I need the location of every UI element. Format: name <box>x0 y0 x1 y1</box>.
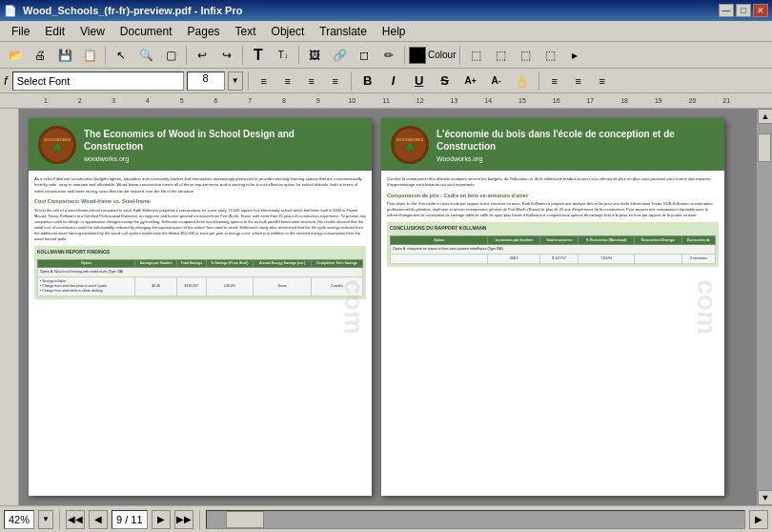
nav-play-button[interactable]: ▶ <box>152 510 171 529</box>
highlight-button[interactable]: A̲ <box>511 72 534 91</box>
ruler-mark-9: 9 <box>301 97 335 104</box>
underline-button[interactable]: U <box>408 72 431 91</box>
font-size-value: 8 <box>203 72 209 84</box>
window-title: Wood_Schools_(fr-fr)-preview.pdf - Infix… <box>23 5 242 16</box>
superscript-button[interactable]: A+ <box>459 72 482 91</box>
separator-6 <box>459 46 460 65</box>
font-name-value: Select Font <box>17 75 71 87</box>
align-left-button[interactable]: ≡ <box>254 72 274 91</box>
menu-item-edit[interactable]: Edit <box>37 23 72 40</box>
bold-button[interactable]: B <box>356 72 379 91</box>
woodworks-logo-right: WOODWORKS 🌲 <box>391 126 429 164</box>
sep-font-3 <box>538 72 539 91</box>
export-button[interactable]: 📋 <box>78 45 101 66</box>
ruler-mark-1: 1 <box>29 97 63 104</box>
zoom-field[interactable]: 42% <box>4 510 34 529</box>
shape-tool[interactable]: ◻ <box>353 45 376 66</box>
scroll-down-button[interactable]: ▼ <box>758 490 772 505</box>
link-tool[interactable]: 🔗 <box>328 45 351 66</box>
separator-5 <box>404 46 405 65</box>
indent-button[interactable]: ≡ <box>568 72 589 91</box>
separator-3 <box>242 46 243 65</box>
redo-button[interactable]: ↪ <box>215 45 238 66</box>
align-justify-button[interactable]: ≡ <box>325 72 346 91</box>
page-right-site: Woodworks.org <box>437 155 677 162</box>
save-button[interactable]: 💾 <box>53 45 76 66</box>
minimize-button[interactable]: — <box>719 4 734 17</box>
page-right-table-title: CONCLUSIONS DU RAPPORT KOLLMANN <box>390 225 716 232</box>
horizontal-scrollbar[interactable] <box>206 510 745 529</box>
ruler: 123456789101112131415161718192021 <box>0 93 772 109</box>
page-left-section-title: Cost Comparison: Wood-frame vs. Steel-fr… <box>34 198 366 206</box>
titlebar-controls: — □ ✕ <box>719 4 768 17</box>
toolbar-extra-1[interactable]: ⬚ <box>464 45 487 66</box>
menu-item-pages[interactable]: Pages <box>180 23 228 40</box>
toolbar-extra-3[interactable]: ⬚ <box>514 45 537 66</box>
page-left-table-title: KOLLMANN REPORT FINDINGS <box>37 249 363 256</box>
h-scroll-thumb[interactable] <box>226 511 264 528</box>
nav-prev-button[interactable]: ◀ <box>89 510 108 529</box>
ruler-mark-18: 18 <box>607 97 641 104</box>
titlebar: 📄 Wood_Schools_(fr-fr)-preview.pdf - Inf… <box>0 0 772 21</box>
statusbar: 42% ▼ ◀◀ ◀ 9 / 11 ▶ ▶▶ ▶ <box>0 505 772 532</box>
menu-item-object[interactable]: Object <box>264 23 313 40</box>
page-left-content: As a school districts' construction budg… <box>29 171 372 305</box>
page-left-table: Option Savings per Student Total Savings… <box>37 259 363 297</box>
pdf-page-left: WOODWORKS 🌲 The Economics of Wood in Sch… <box>29 118 372 496</box>
pointer-tool[interactable]: ↖ <box>110 45 132 66</box>
open-button[interactable]: 📂 <box>4 45 27 66</box>
nav-first-button[interactable]: ◀◀ <box>66 510 85 529</box>
image-tool[interactable]: 🖼 <box>303 45 326 66</box>
ruler-mark-7: 7 <box>233 97 267 104</box>
maximize-button[interactable]: □ <box>736 4 751 17</box>
scroll-thumb[interactable] <box>758 133 771 162</box>
align-center-button[interactable]: ≡ <box>277 72 298 91</box>
toolbar-extra-4[interactable]: ⬚ <box>538 45 561 66</box>
page-right-content: Comme la construction des districts scol… <box>381 171 724 273</box>
nav-next-button[interactable]: ▶▶ <box>174 510 193 529</box>
separator-1 <box>105 46 106 65</box>
ruler-mark-17: 17 <box>574 97 608 104</box>
menu-item-text[interactable]: Text <box>228 23 264 40</box>
select-tool[interactable]: ▢ <box>159 45 182 66</box>
font-toolbar: f Select Font 8 ▼ ≡ ≡ ≡ ≡ B I U S A+ A- … <box>0 69 772 93</box>
ruler-mark-11: 11 <box>369 97 403 104</box>
toolbar-extra-5[interactable]: ▸ <box>563 45 586 66</box>
strikethrough-button[interactable]: S <box>434 72 457 91</box>
zoom-tool[interactable]: 🔍 <box>134 45 157 66</box>
h-scroll-right[interactable]: ▶ <box>749 510 768 529</box>
page-left-title: The Economics of Wood in School Design a… <box>84 128 324 153</box>
menubar: FileEditViewDocumentPagesTextObjectTrans… <box>0 21 772 42</box>
outdent-button[interactable]: ≡ <box>592 72 613 91</box>
pencil-tool[interactable]: ✏ <box>377 45 400 66</box>
menu-item-translate[interactable]: Translate <box>312 23 375 40</box>
left-ruler <box>0 109 19 505</box>
menu-item-file[interactable]: File <box>4 23 37 40</box>
list-button[interactable]: ≡ <box>544 72 565 91</box>
scroll-up-button[interactable]: ▲ <box>758 109 772 124</box>
font-name-input[interactable]: Select Font <box>12 72 184 91</box>
page-area[interactable]: WOODWORKS 🌲 The Economics of Wood in Sch… <box>19 109 757 505</box>
font-size-dropdown[interactable]: ▼ <box>228 72 243 91</box>
close-button[interactable]: ✕ <box>753 4 768 17</box>
page-info-value: 9 / 11 <box>116 514 143 525</box>
align-right-button[interactable]: ≡ <box>301 72 322 91</box>
text-tool[interactable]: T <box>247 45 270 66</box>
font-size-input[interactable]: 8 <box>187 72 225 91</box>
zoom-dropdown[interactable]: ▼ <box>38 510 53 529</box>
vertical-scrollbar[interactable]: ▲ ▼ <box>757 109 772 505</box>
ruler-mark-2: 2 <box>63 97 97 104</box>
print-button[interactable]: 🖨 <box>29 45 51 66</box>
text-flow-tool[interactable]: T↓ <box>272 45 295 66</box>
subscript-button[interactable]: A- <box>485 72 508 91</box>
ruler-mark-4: 4 <box>131 97 165 104</box>
toolbar-extra-2[interactable]: ⬚ <box>489 45 512 66</box>
scroll-track[interactable] <box>758 124 772 490</box>
undo-button[interactable]: ↩ <box>191 45 213 66</box>
menu-item-document[interactable]: Document <box>112 23 180 40</box>
ruler-mark-12: 12 <box>403 97 437 104</box>
italic-button[interactable]: I <box>382 72 405 91</box>
menu-item-help[interactable]: Help <box>375 23 414 40</box>
app-icon: 📄 <box>4 5 17 17</box>
menu-item-view[interactable]: View <box>72 23 112 40</box>
